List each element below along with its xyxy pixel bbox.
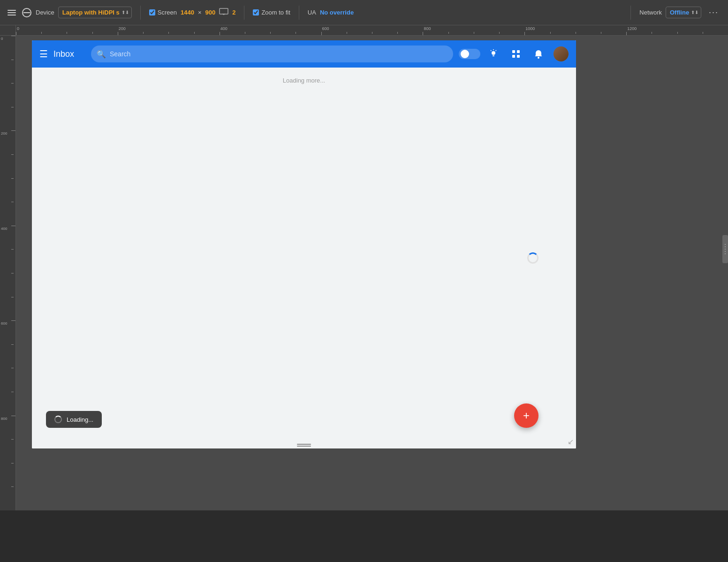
left-ruler-tick [11,60,14,60]
gmail-search-wrapper[interactable]: 🔍 [91,46,453,62]
handle-line-2 [297,446,311,447]
svg-point-5 [492,51,495,55]
toggle-space [470,50,478,58]
gmail-avatar[interactable] [554,46,569,61]
toolbar-left-section: Device Laptop with HiDPI s ⬆⬇ Screen 144… [6,6,626,20]
top-ruler-tick [41,32,42,34]
device-label: Device [36,9,54,16]
top-ruler-tick [550,32,551,34]
device-frame: ☰ Inbox 🔍 [32,40,576,448]
top-ruler-label: 400 [220,26,228,31]
resize-arrow-icon[interactable]: ↙ [568,437,574,446]
toggle-dot [461,50,469,58]
bottom-resize-handle[interactable] [295,442,313,448]
left-ruler-label: 400 [1,227,7,231]
gmail-inbox-label: Inbox [53,49,82,59]
gmail-toggle[interactable] [459,49,480,59]
dpr-value: 2 [232,9,235,16]
left-ruler-tick [11,107,14,107]
top-ruler-tick [448,32,449,34]
gmail-grid-icon[interactable] [508,46,523,61]
handle-line-1 [297,444,311,445]
top-ruler-tick [397,32,398,34]
canvas-area[interactable]: ☰ Inbox 🔍 [16,36,728,510]
screen-height: 900 [205,9,215,16]
top-ruler-tick [118,32,118,35]
ua-value: No override [320,9,354,16]
top-ruler-label: 200 [119,26,126,31]
ruler-row: 0200400600800100012001400 [0,25,728,36]
network-label: Network [639,9,662,16]
left-ruler-tick [11,154,14,155]
svg-rect-11 [517,50,520,53]
top-ruler-tick [601,32,601,34]
top-ruler-tick [168,32,169,34]
left-ruler-tick [11,130,16,131]
top-ruler-tick [652,32,652,34]
network-select[interactable]: Offline [666,7,701,18]
no-entry-icon[interactable] [22,8,32,18]
left-ruler-tick [11,392,14,392]
more-button[interactable]: ··· [705,6,722,19]
top-ruler-tick [270,32,271,34]
toolbar-separator-2 [244,6,244,20]
left-ruler-tick [11,416,16,416]
top-ruler-tick [626,32,627,35]
toast-text: Loading... [67,416,93,423]
top-ruler-label: 600 [322,26,329,31]
svg-rect-12 [512,55,515,58]
top-ruler-tick [92,32,93,34]
top-ruler-tick [423,32,423,35]
toast-spinner [54,416,62,423]
device-select-wrapper[interactable]: Laptop with HiDPI s ⬆⬇ [58,7,132,18]
right-resize-handle[interactable] [722,235,728,263]
top-ruler-tick [524,32,525,35]
top-ruler-tick [677,32,678,34]
gmail-search-input[interactable] [91,46,453,62]
gmail-bell-icon[interactable] [531,46,546,61]
left-ruler-tick [11,36,16,36]
screen-checkbox-label[interactable]: Screen [149,9,177,16]
gmail-body: Loading more... + Loading... [32,68,576,448]
compose-fab[interactable]: + [514,403,538,428]
top-ruler-tick [16,32,16,35]
left-ruler-label: 0 [1,37,3,41]
left-ruler-tick [11,297,14,297]
toolbar-separator-3 [299,6,299,20]
device-select[interactable]: Laptop with HiDPI s [58,7,132,18]
top-ruler-label: 1000 [525,26,535,31]
left-ruler-tick [11,439,14,440]
left-ruler-label: 200 [1,131,7,136]
top-ruler: 0200400600800100012001400 [16,25,728,36]
gmail-avatar-image [554,46,569,61]
svg-point-14 [538,57,539,59]
left-ruler-tick [11,344,14,345]
top-ruler-label: 800 [424,26,431,31]
top-ruler-tick [372,32,372,34]
top-ruler-tick [474,32,474,34]
gmail-menu-icon[interactable]: ☰ [39,48,48,60]
zoom-checkbox[interactable] [253,9,259,15]
left-ruler-tick [11,226,16,226]
screen-icon[interactable] [219,8,228,17]
gmail-topbar: ☰ Inbox 🔍 [32,40,576,68]
loading-spinner [527,252,538,264]
zoom-checkbox-label[interactable]: Zoom to fit [253,9,290,16]
top-ruler-tick [576,32,576,34]
screen-checkbox[interactable] [149,9,155,15]
left-ruler-ticks: 02004006008001000 [0,36,15,510]
top-ruler-tick [194,32,195,34]
main-area: 0200400600800100012001400 02004006008001… [0,25,728,510]
network-select-wrapper[interactable]: Offline ⬆⬇ [666,7,701,18]
left-ruler-label: 600 [1,321,7,326]
left-ruler-tick [11,273,14,273]
top-ruler-tick [245,32,245,34]
top-ruler-tick [347,32,347,34]
ruler-corner [0,25,16,36]
gmail-app: ☰ Inbox 🔍 [32,40,576,448]
zoom-to-fit-label: Zoom to fit [261,9,290,16]
gmail-bulb-icon[interactable] [486,46,501,61]
top-ruler-tick [321,32,322,35]
left-ruler-tick [11,463,14,463]
hamburger-menu-button[interactable] [6,8,18,17]
